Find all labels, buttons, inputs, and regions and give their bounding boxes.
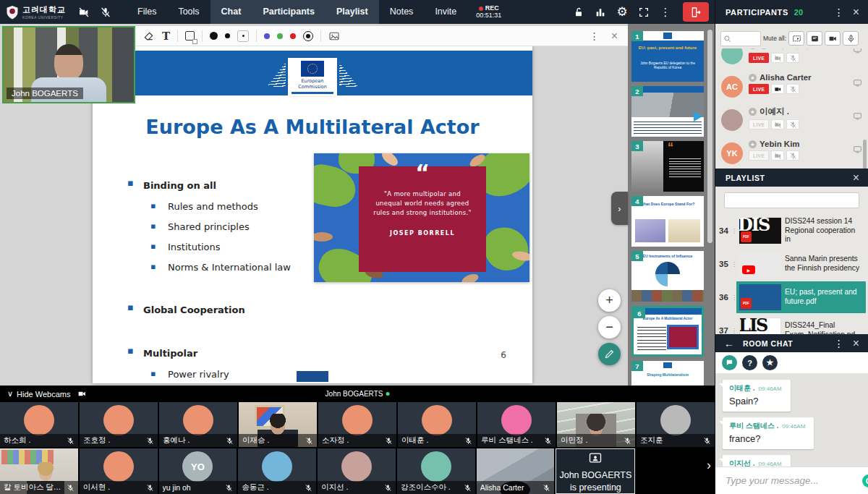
toolbar-close-icon[interactable]: × [611,30,618,43]
screen-share-all-button[interactable] [788,31,804,46]
webcam-tile[interactable]: 이지선 . [318,448,396,494]
topbar-tab[interactable]: Invite [424,0,467,24]
fullscreen-icon[interactable] [634,0,654,24]
chat-menu-icon[interactable]: ⋮ [831,338,847,349]
topbar-tab[interactable]: Playlist [326,0,379,24]
color-red-swatch[interactable] [290,33,296,39]
topbar-tab[interactable]: Participants [252,0,326,24]
chat-queue-button[interactable] [807,31,822,46]
webcam-tile[interactable]: 이태훈 . [398,402,476,447]
participant-mic-off-icon[interactable] [786,84,799,94]
shape-tool-icon[interactable] [185,31,195,41]
webcam-tile[interactable]: 칼 토비아스 달크비스... [0,448,78,494]
playlist-item[interactable]: 35 ⋮ PDF ▶ Sanna Marin presents the Finn… [715,247,868,281]
participant-camera-icon[interactable] [771,150,784,161]
webcam-tile[interactable]: 이재승 . [239,402,317,447]
participants-search-input[interactable] [721,32,760,46]
draw-pencil-button[interactable] [598,343,621,365]
playlist-item[interactable]: 37 ⋮ LIS PDF ▶ DISS244_Final Exam_Notifi… [715,314,868,334]
slide-thumbnail[interactable]: 5 EU Instruments of Influence [631,251,704,302]
participant-mic-off-icon[interactable] [786,53,799,63]
insert-image-icon[interactable] [328,30,340,42]
participants-menu-icon[interactable]: ⋮ [831,7,847,18]
mic-all-button[interactable] [843,31,859,46]
webcam-tile[interactable]: John BOGAERTS is presenting [556,448,635,494]
slide-thumbnail[interactable]: 2 [631,86,704,137]
thumbnail-scrollbar[interactable] [707,30,712,243]
leave-room-button[interactable] [683,2,709,22]
playlist-item-menu-icon[interactable]: ⋮ [731,261,736,268]
webcam-tile[interactable]: 이서현 . [80,448,158,494]
participant-row[interactable]: AC ★ Alisha Carter LIVE [715,70,868,103]
webcam-tile[interactable]: 조지훈 [637,402,715,447]
mic-off-icon[interactable] [95,0,116,24]
webcam-tile[interactable]: 소자정 . [318,402,396,447]
slide-thumbnail[interactable]: 1 EU: past, present and future John Boga… [631,31,704,82]
participant-mic-off-icon[interactable] [786,150,799,161]
webcam-tile[interactable]: 홍예나 . [159,402,237,447]
text-tool-icon[interactable]: T [162,30,170,43]
more-options-icon[interactable]: ⋮ [655,0,676,24]
playlist-item-menu-icon[interactable]: ⋮ [731,228,736,234]
chat-message-input[interactable] [715,475,862,486]
zoom-out-button[interactable]: − [598,316,621,338]
collapse-thumbnails-button[interactable]: › [611,192,628,225]
chat-filter-questions-button[interactable]: ? [742,355,757,370]
color-green-swatch[interactable] [277,33,283,39]
zoom-in-button[interactable]: + [598,289,621,312]
webcam-tile[interactable]: 강조이스수아 . [397,448,475,494]
brush-size-large[interactable] [210,32,218,40]
chat-filter-all-button[interactable] [722,355,737,370]
slide-thumbnail[interactable]: 4 What Does Europe Stand For? [631,196,704,247]
topbar-tab[interactable]: Notes [379,0,425,24]
playlist-item[interactable]: 34 ⋮ DIS PDF ▶ DISS244 session 14 Region… [715,214,868,247]
participants-close-icon[interactable]: × [847,6,868,19]
chat-filter-starred-button[interactable]: ★ [762,355,778,370]
webcam-tile[interactable]: 송동근 . [238,448,316,494]
toolbar-menu-icon[interactable]: ⋮ [590,30,600,42]
brush-size-medium[interactable] [225,33,230,38]
participant-row[interactable]: ★ 이예지 . LIVE [715,103,868,137]
eu-flag-icon [301,61,324,77]
playlist-close-icon[interactable]: × [847,171,868,184]
color-blue-swatch[interactable] [264,33,270,39]
playlist-item[interactable]: 36 ⋮ PDF ▶ EU; past, present and future.… [715,281,868,314]
settings-gear-icon[interactable]: ⚙ [612,0,632,24]
webcam-tile[interactable]: Alisha Carter [477,448,555,494]
eraser-tool-icon[interactable] [143,30,155,42]
topbar-tab[interactable]: Chat [210,0,252,24]
slide-thumbnail[interactable]: 7 Shaping Multilateralism [631,361,704,386]
playlist-item-menu-icon[interactable]: ⋮ [731,328,736,334]
webcams-scroll-right-button[interactable]: › [707,458,711,473]
participant-camera-icon[interactable] [771,119,784,129]
participant-row[interactable]: ★ 강조이스수아 . LIVE [715,48,868,70]
slide-thumbnail[interactable]: 6 Europe As A Multilateral Actor [631,306,704,357]
webcam-tile[interactable]: 루비 스탬네스 . [477,402,556,447]
lock-icon[interactable] [569,0,589,24]
chat-close-icon[interactable]: × [847,337,868,350]
stats-chart-icon[interactable] [590,0,610,24]
participant-row[interactable]: YK ★ Yebin Kim LIVE [715,137,868,169]
playlist-item-number: 37 [719,326,731,334]
topbar-tab[interactable]: Tools [167,0,210,24]
hide-webcams-button[interactable]: ∨ Hide Webcams [7,389,70,399]
playlist-search-input[interactable] [724,192,859,208]
back-icon[interactable]: ← [724,338,734,349]
color-black-selected-swatch[interactable] [303,31,313,41]
participant-camera-icon[interactable] [771,53,784,63]
participant-camera-icon[interactable] [771,84,784,94]
participant-mic-off-icon[interactable] [786,119,799,129]
webcam-tile[interactable] [637,448,715,494]
playlist-item-menu-icon[interactable]: ⋮ [731,294,736,301]
camera-off-icon[interactable] [73,0,95,24]
participants-scrollbar[interactable] [863,140,867,170]
webcam-tile[interactable]: 이민정 . [557,402,635,447]
slide-thumbnail[interactable]: 3 [631,141,704,192]
presenter-webcam[interactable]: John BOGAERTS [2,26,135,103]
webcam-tile[interactable]: YO yu jin oh [159,448,237,494]
brush-size-small-selected[interactable] [237,30,249,42]
topbar-tab[interactable]: Files [127,0,167,24]
webcam-tile[interactable]: 하소희 . [0,402,78,447]
camera-all-button[interactable] [825,31,841,46]
webcam-tile[interactable]: 조호정 . [80,402,158,447]
